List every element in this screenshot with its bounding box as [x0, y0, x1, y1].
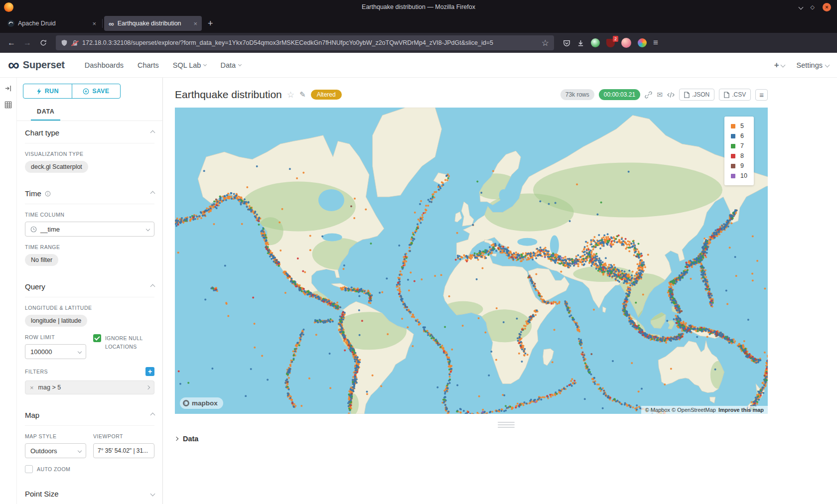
downloads-icon[interactable] — [577, 39, 584, 47]
map-container[interactable]: 5678910 mapbox © Mapbox © OpenStreetMap … — [175, 108, 768, 414]
altered-badge[interactable]: Altered — [311, 90, 342, 100]
row-limit-select[interactable]: 100000 — [25, 344, 86, 359]
nav-item-data[interactable]: Data — [213, 53, 248, 78]
window-maximize-icon[interactable]: ◇ — [811, 4, 815, 10]
reload-button[interactable] — [36, 36, 51, 50]
chart-title: Earthquake distribution — [175, 89, 282, 101]
section-header[interactable]: Chart type — [25, 121, 154, 143]
filter-item[interactable]: × mag > 5 — [25, 380, 154, 394]
nav-item-dashboards[interactable]: Dashboards — [78, 53, 131, 78]
panel-drag-handle[interactable] — [498, 422, 515, 428]
legend-value: 7 — [740, 142, 744, 149]
chart-menu-icon[interactable]: ≡ — [755, 89, 768, 101]
auto-zoom-row[interactable]: AUTO ZOOM — [25, 465, 86, 473]
viz-type-label: VISUALIZATION TYPE — [25, 151, 154, 157]
insecure-lock-icon[interactable] — [72, 40, 78, 46]
remove-filter-icon[interactable]: × — [30, 384, 34, 391]
legend-value: 6 — [740, 132, 744, 139]
url-text[interactable]: 172.18.0.3:32108/superset/explore/?form_… — [82, 39, 538, 46]
window-close-icon[interactable]: × — [823, 3, 831, 11]
tab-label: Earthquake distribution — [118, 20, 190, 27]
profile-avatar[interactable] — [621, 38, 631, 48]
viz-type-value[interactable]: deck.gl Scatterplot — [25, 161, 88, 173]
save-to-pocket-icon[interactable] — [563, 39, 570, 47]
ignore-null-checkbox-row[interactable]: IGNORE NULL LOCATIONS — [93, 334, 154, 351]
ignore-null-checkbox[interactable] — [93, 334, 101, 342]
tab-apache-druid[interactable]: Apache Druid × — [3, 16, 101, 31]
extension-pinwheel-icon[interactable] — [638, 38, 647, 47]
bolt-icon — [36, 88, 42, 95]
time-column-value: __time — [40, 226, 60, 233]
embed-code-icon[interactable] — [667, 92, 675, 98]
export-json-button[interactable]: .JSON — [679, 89, 714, 101]
window-title: Earthquake distribution — Mozilla Firefo… — [0, 3, 837, 10]
nav-item-sql-lab[interactable]: SQL Lab — [166, 53, 214, 78]
file-icon — [724, 92, 729, 98]
share-link-icon[interactable] — [645, 91, 652, 99]
tracking-shield-icon[interactable] — [61, 39, 68, 46]
email-icon[interactable]: ✉ — [657, 91, 663, 99]
section-header[interactable]: Map — [25, 403, 154, 426]
superset-brand[interactable]: ∞ Superset — [8, 59, 65, 72]
section-title: Query — [25, 282, 45, 291]
nav-label: Data — [220, 61, 236, 69]
legend-swatch — [731, 144, 735, 148]
section-header[interactable]: Time — [25, 182, 154, 204]
add-filter-button[interactable]: + — [145, 367, 154, 376]
legend-value: 10 — [740, 172, 747, 179]
reload-icon — [40, 39, 47, 46]
mapbox-logo[interactable]: mapbox — [180, 397, 223, 409]
map-legend: 5678910 — [724, 117, 754, 185]
settings-menu[interactable]: Settings — [797, 61, 829, 69]
auto-zoom-checkbox[interactable] — [25, 465, 33, 473]
back-button[interactable]: ← — [4, 36, 19, 50]
nav-item-charts[interactable]: Charts — [131, 53, 166, 78]
forward-button[interactable]: → — [20, 36, 35, 50]
map-style-value: Outdoors — [30, 447, 57, 455]
section-header[interactable]: Query — [25, 275, 154, 297]
row-count-badge: 73k rows — [560, 89, 594, 100]
map-canvas[interactable] — [175, 108, 768, 414]
auto-zoom-label: AUTO ZOOM — [37, 466, 70, 472]
tab-close-icon[interactable]: × — [193, 20, 197, 27]
data-panel-toggle[interactable]: Data — [175, 432, 768, 446]
section-header[interactable]: Point Size — [25, 482, 154, 504]
superset-navbar: ∞ Superset Dashboards Charts SQL Lab Dat… — [0, 53, 837, 78]
tab-data[interactable]: DATA — [31, 103, 60, 121]
time-range-value[interactable]: No filter — [25, 254, 58, 266]
ublock-shield-icon[interactable]: 2 — [606, 39, 615, 47]
improve-map-link[interactable]: Improve this map — [718, 407, 764, 413]
lonlat-value[interactable]: longitude | latitude — [25, 315, 87, 327]
expand-panel-icon[interactable] — [4, 85, 12, 92]
viewport-value[interactable]: 7° 35' 54.02" | 31... — [93, 443, 154, 458]
window-minimize-icon[interactable] — [798, 4, 803, 9]
panel-tabs: DATA — [17, 103, 162, 121]
app-menu-icon[interactable]: ≡ — [653, 38, 658, 48]
time-column-select[interactable]: __time — [25, 222, 154, 237]
favorite-star-icon[interactable]: ☆ — [287, 90, 294, 100]
run-label: RUN — [45, 88, 59, 95]
legend-row: 5 — [731, 121, 747, 131]
new-item-button[interactable]: + — [774, 60, 785, 70]
bookmark-star-icon[interactable]: ☆ — [542, 38, 549, 48]
legend-row: 7 — [731, 141, 747, 151]
plus-icon: + — [774, 60, 779, 70]
export-csv-button[interactable]: .CSV — [719, 89, 751, 101]
tab-close-icon[interactable]: × — [92, 20, 96, 27]
mapbox-wordmark: mapbox — [192, 399, 218, 407]
save-label: SAVE — [92, 88, 109, 95]
datasource-grid-icon[interactable] — [4, 101, 12, 109]
run-button[interactable]: RUN — [23, 84, 72, 98]
new-tab-button[interactable]: + — [202, 18, 219, 29]
edit-title-icon[interactable]: ✎ — [299, 90, 306, 99]
map-style-select[interactable]: Outdoors — [25, 443, 86, 458]
tab-earthquake-distribution[interactable]: ∞ Earthquake distribution × — [104, 16, 202, 31]
save-button[interactable]: SAVE — [72, 84, 121, 98]
extension-icon[interactable] — [591, 38, 600, 47]
time-range-label: TIME RANGE — [25, 244, 154, 250]
datasource-strip — [0, 78, 17, 504]
info-icon — [45, 191, 51, 197]
tab-label: Apache Druid — [18, 20, 89, 27]
url-bar[interactable]: 172.18.0.3:32108/superset/explore/?form_… — [56, 35, 554, 50]
map-attribution: © Mapbox © OpenStreetMap Improve this ma… — [641, 406, 768, 414]
